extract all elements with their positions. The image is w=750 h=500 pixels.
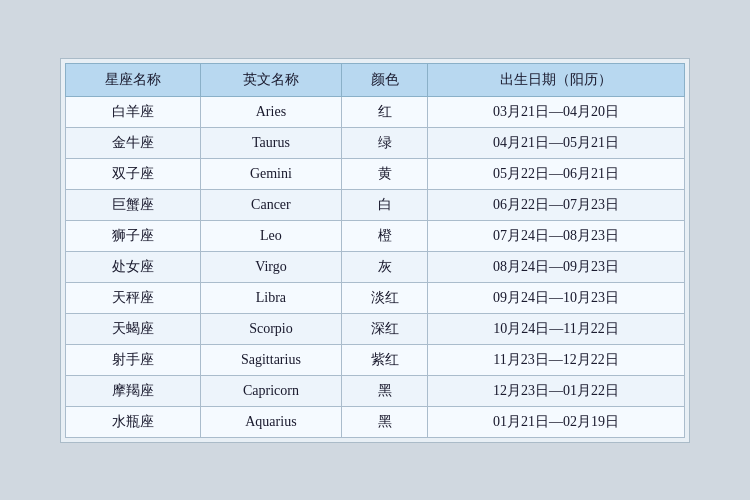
cell-english-name: Virgo — [200, 251, 341, 282]
cell-english-name: Aquarius — [200, 406, 341, 437]
table-row: 狮子座Leo橙07月24日—08月23日 — [66, 220, 685, 251]
cell-color: 黄 — [342, 158, 428, 189]
table-row: 处女座Virgo灰08月24日—09月23日 — [66, 251, 685, 282]
table-row: 天蝎座Scorpio深红10月24日—11月22日 — [66, 313, 685, 344]
table-row: 金牛座Taurus绿04月21日—05月21日 — [66, 127, 685, 158]
cell-english-name: Aries — [200, 96, 341, 127]
cell-dates: 01月21日—02月19日 — [427, 406, 684, 437]
cell-chinese-name: 射手座 — [66, 344, 201, 375]
cell-color: 红 — [342, 96, 428, 127]
cell-dates: 03月21日—04月20日 — [427, 96, 684, 127]
cell-chinese-name: 处女座 — [66, 251, 201, 282]
cell-chinese-name: 双子座 — [66, 158, 201, 189]
cell-dates: 10月24日—11月22日 — [427, 313, 684, 344]
cell-chinese-name: 巨蟹座 — [66, 189, 201, 220]
cell-dates: 08月24日—09月23日 — [427, 251, 684, 282]
cell-color: 白 — [342, 189, 428, 220]
cell-chinese-name: 水瓶座 — [66, 406, 201, 437]
cell-english-name: Sagittarius — [200, 344, 341, 375]
cell-chinese-name: 白羊座 — [66, 96, 201, 127]
cell-chinese-name: 狮子座 — [66, 220, 201, 251]
cell-color: 深红 — [342, 313, 428, 344]
table-header-row: 星座名称 英文名称 颜色 出生日期（阳历） — [66, 63, 685, 96]
cell-english-name: Cancer — [200, 189, 341, 220]
cell-dates: 11月23日—12月22日 — [427, 344, 684, 375]
cell-dates: 05月22日—06月21日 — [427, 158, 684, 189]
header-chinese-name: 星座名称 — [66, 63, 201, 96]
cell-color: 绿 — [342, 127, 428, 158]
cell-dates: 12月23日—01月22日 — [427, 375, 684, 406]
table-row: 巨蟹座Cancer白06月22日—07月23日 — [66, 189, 685, 220]
cell-chinese-name: 天秤座 — [66, 282, 201, 313]
cell-chinese-name: 金牛座 — [66, 127, 201, 158]
table-row: 水瓶座Aquarius黑01月21日—02月19日 — [66, 406, 685, 437]
cell-english-name: Gemini — [200, 158, 341, 189]
cell-chinese-name: 天蝎座 — [66, 313, 201, 344]
table-row: 双子座Gemini黄05月22日—06月21日 — [66, 158, 685, 189]
cell-dates: 04月21日—05月21日 — [427, 127, 684, 158]
cell-color: 紫红 — [342, 344, 428, 375]
cell-color: 淡红 — [342, 282, 428, 313]
table-row: 天秤座Libra淡红09月24日—10月23日 — [66, 282, 685, 313]
table-row: 射手座Sagittarius紫红11月23日—12月22日 — [66, 344, 685, 375]
cell-color: 灰 — [342, 251, 428, 282]
header-dates: 出生日期（阳历） — [427, 63, 684, 96]
cell-english-name: Leo — [200, 220, 341, 251]
cell-color: 黑 — [342, 406, 428, 437]
cell-dates: 07月24日—08月23日 — [427, 220, 684, 251]
cell-english-name: Scorpio — [200, 313, 341, 344]
cell-english-name: Libra — [200, 282, 341, 313]
table-row: 白羊座Aries红03月21日—04月20日 — [66, 96, 685, 127]
cell-chinese-name: 摩羯座 — [66, 375, 201, 406]
cell-english-name: Capricorn — [200, 375, 341, 406]
cell-dates: 06月22日—07月23日 — [427, 189, 684, 220]
zodiac-table: 星座名称 英文名称 颜色 出生日期（阳历） 白羊座Aries红03月21日—04… — [65, 63, 685, 438]
header-color: 颜色 — [342, 63, 428, 96]
header-english-name: 英文名称 — [200, 63, 341, 96]
cell-color: 黑 — [342, 375, 428, 406]
cell-english-name: Taurus — [200, 127, 341, 158]
cell-color: 橙 — [342, 220, 428, 251]
table-body: 白羊座Aries红03月21日—04月20日金牛座Taurus绿04月21日—0… — [66, 96, 685, 437]
zodiac-table-container: 星座名称 英文名称 颜色 出生日期（阳历） 白羊座Aries红03月21日—04… — [60, 58, 690, 443]
table-row: 摩羯座Capricorn黑12月23日—01月22日 — [66, 375, 685, 406]
cell-dates: 09月24日—10月23日 — [427, 282, 684, 313]
